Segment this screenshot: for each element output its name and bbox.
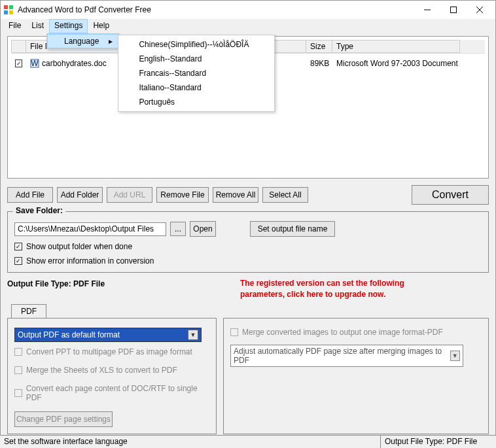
output-type-label: Output File Type: PDF File — [7, 278, 105, 288]
file-size: 89KB — [310, 59, 329, 68]
submenu-language-label: Language — [64, 37, 99, 46]
file-type: Microsoft Word 97-2003 Document — [336, 59, 458, 68]
save-folder-group: Save Folder: ... Open Set output file na… — [7, 211, 489, 273]
svg-text:W: W — [31, 59, 39, 68]
doc-option-checkbox — [14, 389, 22, 397]
file-checkbox[interactable] — [15, 60, 22, 67]
output-format-dropdown[interactable]: Output PDF as default format ▼ — [14, 328, 202, 342]
merge-mode-dropdown: Adjust automatically PDF page size after… — [230, 345, 463, 367]
col-type[interactable]: Type — [332, 40, 460, 53]
svg-rect-1 — [9, 5, 13, 9]
menu-list[interactable]: List — [26, 19, 49, 33]
merge-options-panel: Merge converted images to output one ima… — [223, 318, 489, 434]
close-button[interactable] — [467, 1, 493, 19]
pdf-tab[interactable]: PDF — [11, 304, 46, 318]
merge-mode-value: Adjust automatically PDF page size after… — [234, 347, 450, 365]
xls-option-label: Merge the Sheets of XLS to convert to PD… — [26, 366, 177, 375]
menu-settings[interactable]: Settings — [49, 19, 88, 33]
show-error-checkbox[interactable] — [14, 257, 22, 265]
word-doc-icon: W — [30, 59, 39, 68]
merge-images-label: Merge converted images to output one ima… — [242, 328, 443, 337]
language-flyout: Chinese(Simplified)--¼òÌåÖÐÎÄ English--S… — [118, 35, 275, 112]
save-folder-input[interactable] — [14, 222, 166, 236]
svg-rect-0 — [4, 5, 8, 9]
title-bar: Advanced Word to Pdf Converter Free — [1, 1, 495, 19]
merge-images-checkbox — [230, 328, 238, 336]
add-url-button[interactable]: Add URL — [107, 187, 152, 203]
settings-submenu: Language ▸ Chinese(Simplified)--¼òÌåÖÐÎÄ… — [46, 33, 119, 49]
lang-english[interactable]: English--Standard — [120, 52, 272, 66]
action-button-row: Add File Add Folder Add URL Remove File … — [7, 185, 489, 205]
menu-file[interactable]: File — [3, 19, 26, 33]
chevron-down-icon: ▼ — [450, 351, 460, 361]
app-icon — [3, 5, 14, 15]
lang-francais[interactable]: Francais--Standard — [120, 66, 272, 80]
ppt-option-label: Convert PPT to multipage PDF as image fo… — [26, 347, 192, 356]
open-button[interactable]: Open — [190, 221, 216, 237]
browse-button[interactable]: ... — [170, 222, 186, 236]
pdf-options-panel: Output PDF as default format ▼ Convert P… — [7, 318, 217, 434]
col-size[interactable]: Size — [306, 40, 332, 53]
ppt-option-checkbox — [14, 348, 22, 356]
col-checkbox[interactable] — [11, 40, 26, 53]
xls-option-checkbox — [14, 366, 22, 374]
lang-portugues[interactable]: Português — [120, 95, 272, 109]
submenu-language[interactable]: Language ▸ Chinese(Simplified)--¼òÌåÖÐÎÄ… — [47, 34, 118, 48]
status-bar: Set the software interface language Outp… — [0, 435, 496, 448]
status-left: Set the software interface language — [0, 436, 381, 448]
lang-chinese[interactable]: Chinese(Simplified)--¼òÌåÖÐÎÄ — [120, 37, 272, 52]
add-folder-button[interactable]: Add Folder — [57, 187, 103, 203]
window-title: Advanced Word to Pdf Converter Free — [18, 5, 414, 14]
save-folder-legend: Save Folder: — [13, 206, 65, 215]
menu-help[interactable]: Help — [88, 19, 115, 33]
svg-rect-3 — [9, 10, 13, 14]
menu-bar: File List Settings Help Language ▸ Chine… — [1, 19, 495, 33]
remove-file-button[interactable]: Remove File — [156, 187, 209, 203]
upgrade-text[interactable]: The registered version can set the follo… — [240, 278, 489, 300]
chevron-down-icon: ▼ — [188, 330, 198, 340]
convert-button[interactable]: Convert — [412, 185, 489, 205]
show-output-label: Show output folder when done — [26, 242, 132, 251]
svg-rect-2 — [4, 10, 8, 14]
lang-italiano[interactable]: Italiano--Standard — [120, 80, 272, 95]
select-all-button[interactable]: Select All — [262, 187, 308, 203]
output-format-value: Output PDF as default format — [18, 330, 120, 339]
show-output-checkbox[interactable] — [14, 243, 22, 250]
maximize-button[interactable] — [440, 1, 467, 19]
file-name: carbohydrates.doc — [42, 59, 107, 68]
set-output-name-button[interactable]: Set output file name — [250, 221, 335, 237]
show-error-label: Show error information in conversion — [26, 256, 154, 266]
add-file-button[interactable]: Add File — [7, 187, 53, 203]
change-pdf-settings-button: Change PDF page settings — [14, 411, 113, 427]
svg-rect-5 — [451, 7, 457, 13]
doc-option-label: Convert each page content of DOC/RTF to … — [26, 384, 209, 402]
minimize-button[interactable] — [414, 1, 440, 19]
chevron-right-icon: ▸ — [109, 37, 113, 46]
remove-all-button[interactable]: Remove All — [213, 187, 258, 203]
status-right: Output File Type: PDF File — [381, 436, 496, 448]
